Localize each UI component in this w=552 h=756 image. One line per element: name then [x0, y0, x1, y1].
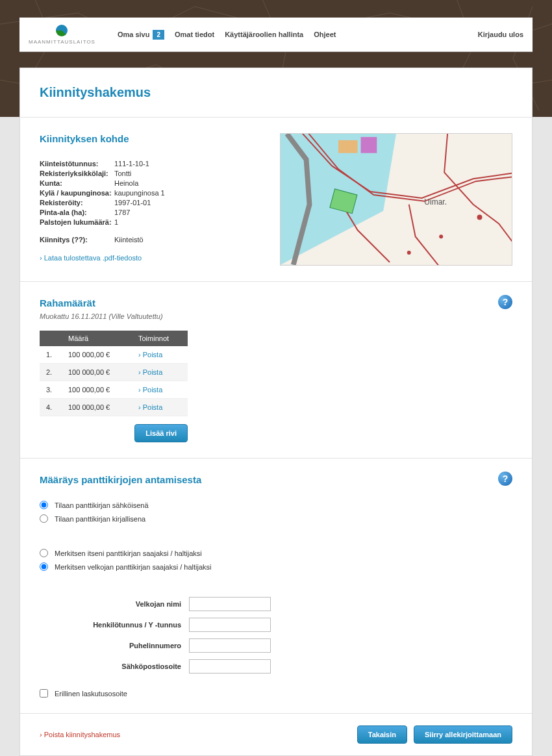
cell-index: 3. [40, 381, 62, 399]
label-puhelinnumero: Puhelinnumero [40, 642, 189, 649]
nav-oma-sivu[interactable]: Oma sivu 2 [118, 30, 164, 40]
value-palstojen: 1 [114, 218, 118, 226]
label-itseni[interactable]: Merkitsen itseni panttikirjan saajaksi /… [55, 549, 202, 557]
radio-sahkoisena[interactable] [40, 501, 48, 509]
label-kirjallisena[interactable]: Tilaan panttikirjan kirjallisena [55, 515, 145, 523]
label-sahkoisena[interactable]: Tilaan panttikirjan sähköisenä [55, 501, 149, 509]
cell-index: 2. [40, 364, 62, 381]
help-icon[interactable]: ? [498, 295, 512, 309]
remove-row-link[interactable]: Poista [138, 386, 162, 394]
svg-rect-5 [361, 137, 377, 153]
table-row: 2.100 000,00 €Poista [40, 364, 188, 381]
content-card: Kiinnityshakemus Kiinnityksen kohde Kiin… [19, 68, 533, 756]
value-rekisteriyksikkolaji: Tontti [114, 170, 131, 177]
help-icon[interactable]: ? [498, 472, 512, 486]
map-place-label: Uimar. [424, 197, 447, 207]
svg-point-6 [477, 215, 483, 220]
cell-index: 1. [40, 346, 62, 364]
section-kohde: Kiinnityksen kohde Kiinteistötunnus:111-… [20, 118, 532, 281]
nav-omat-tiedot[interactable]: Omat tiedot [175, 31, 214, 38]
label-kiinteistotunnus: Kiinteistötunnus: [40, 160, 114, 168]
col-index [40, 331, 62, 346]
remove-row-link[interactable]: Poista [138, 368, 162, 376]
value-rekisteroity: 1997-01-01 [114, 199, 151, 207]
cell-amount: 100 000,00 € [62, 381, 132, 399]
cell-amount: 100 000,00 € [62, 399, 132, 416]
section-title-kohde: Kiinnityksen kohde [40, 133, 260, 144]
label-pinta-ala: Pinta-ala (ha): [40, 208, 114, 216]
section-maarays: ? Määräys panttikirjojen antamisesta Til… [20, 458, 532, 713]
map-preview[interactable]: Uimar. [280, 133, 512, 266]
label-rekisteriyksikkolaji: Rekisteriyksikkölaji: [40, 170, 114, 177]
header-bar: MAANMITTAUSLAITOS Oma sivu 2 Omat tiedot… [19, 18, 533, 52]
label-henkilotunnus: Henkilötunnus / Y -tunnus [40, 621, 189, 629]
nav-ohjeet[interactable]: Ohjeet [314, 31, 336, 38]
svg-point-7 [439, 234, 443, 238]
input-sahkoposti[interactable] [189, 659, 271, 674]
remove-row-link[interactable]: Poista [138, 403, 162, 411]
cell-amount: 100 000,00 € [62, 346, 132, 364]
input-puhelinnumero[interactable] [189, 638, 271, 653]
label-sahkoposti: Sähköpostiosoite [40, 662, 189, 670]
svg-rect-4 [338, 140, 358, 153]
input-henkilotunnus[interactable] [189, 618, 271, 632]
page-title: Kiinnityshakemus [20, 68, 532, 100]
table-row: 3.100 000,00 €Poista [40, 381, 188, 399]
value-kiinteistotunnus: 111-1-10-1 [114, 160, 149, 168]
value-kyla: kaupunginosa 1 [114, 189, 165, 197]
nav-badge: 2 [153, 30, 164, 40]
add-row-button[interactable]: Lisää rivi [134, 424, 188, 442]
logout-link[interactable]: Kirjaudu ulos [478, 31, 523, 38]
label-kunta: Kunta: [40, 179, 114, 187]
table-row: 4.100 000,00 €Poista [40, 399, 188, 416]
nav-oma-sivu-label: Oma sivu [118, 31, 150, 38]
radio-itseni[interactable] [40, 549, 48, 557]
proceed-sign-button[interactable]: Siirry allekirjoittamaan [414, 725, 512, 744]
label-velkojan-nimi: Velkojan nimi [40, 600, 189, 608]
value-kunta: Heinola [114, 179, 138, 187]
input-velkojan-nimi[interactable] [189, 597, 271, 611]
label-rekisteroity: Rekisteröity: [40, 199, 114, 207]
label-kyla: Kylä / kaupunginosa: [40, 189, 114, 197]
logo-icon [56, 25, 68, 36]
table-row: 1.100 000,00 €Poista [40, 346, 188, 364]
remove-row-link[interactable]: Poista [138, 351, 162, 359]
footer-section: Poista kiinnityshakemus Takaisin Siirry … [20, 713, 532, 755]
section-title-maarays: Määräys panttikirjojen antamisesta [40, 474, 512, 485]
delete-application-link[interactable]: Poista kiinnityshakemus [40, 731, 120, 738]
cell-amount: 100 000,00 € [62, 364, 132, 381]
brand-name: MAANMITTAUSLAITOS [29, 39, 95, 45]
label-palstojen: Palstojen lukumäärä: [40, 218, 114, 226]
radio-velkojan[interactable] [40, 562, 48, 571]
section-amounts: ? Rahamäärät Muokattu 16.11.2011 (Ville … [20, 281, 532, 458]
value-kiinnitys: Kiinteistö [114, 236, 144, 244]
col-maara: Määrä [62, 331, 132, 346]
label-velkojan[interactable]: Merkitsen velkojan panttikirjan saajaksi… [55, 563, 212, 571]
nav-kayttajaroolien[interactable]: Käyttäjäroolien hallinta [225, 31, 303, 38]
cell-index: 4. [40, 399, 62, 416]
checkbox-erillinen[interactable] [40, 689, 48, 698]
svg-point-8 [407, 251, 411, 255]
label-erillinen[interactable]: Erillinen laskutusosoite [55, 690, 127, 698]
label-kiinnitys: Kiinnitys (??): [40, 236, 114, 244]
value-pinta-ala: 1787 [114, 208, 130, 216]
section-title-amounts: Rahamäärät [40, 297, 512, 309]
amounts-table: Määrä Toiminnot 1.100 000,00 €Poista2.10… [40, 331, 188, 416]
radio-kirjallisena[interactable] [40, 514, 48, 523]
col-toiminnot: Toiminnot [132, 331, 188, 346]
amounts-subtitle: Muokattu 16.11.2011 (Ville Valtuutettu) [40, 312, 512, 320]
pdf-download-link[interactable]: Lataa tulostettava .pdf-tiedosto [40, 254, 142, 262]
logo[interactable]: MAANMITTAUSLAITOS [29, 25, 95, 45]
back-button[interactable]: Takaisin [357, 725, 407, 744]
main-nav: Oma sivu 2 Omat tiedot Käyttäjäroolien h… [118, 30, 336, 40]
